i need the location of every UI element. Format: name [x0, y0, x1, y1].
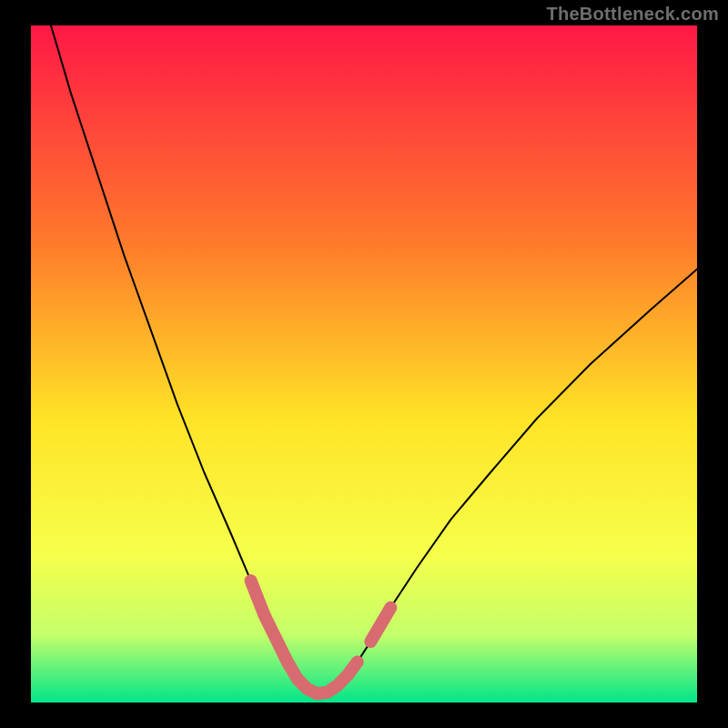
chart-frame: TheBottleneck.com	[0, 0, 728, 728]
watermark-text: TheBottleneck.com	[546, 4, 719, 25]
gradient-background	[31, 25, 697, 703]
bottleneck-chart	[0, 0, 728, 728]
